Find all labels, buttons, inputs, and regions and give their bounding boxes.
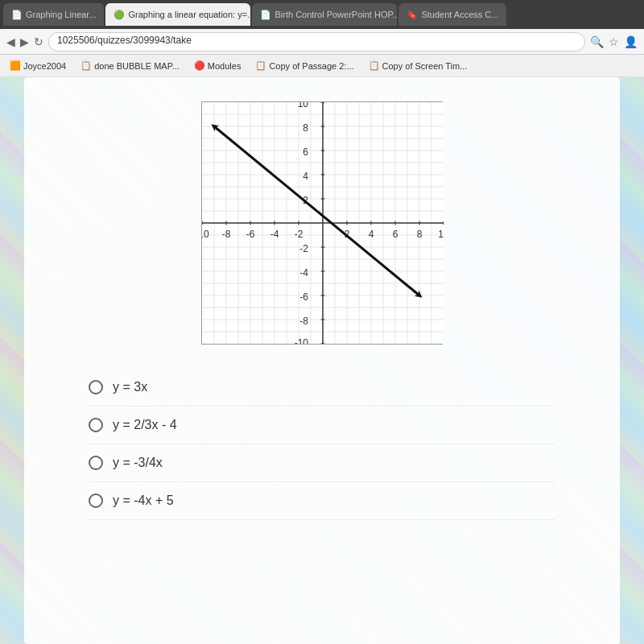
- svg-text:-10: -10: [202, 229, 209, 240]
- tab-label: Graphing Linear...: [26, 10, 96, 19]
- tab-student-access[interactable]: 🔖 Student Access C...: [398, 3, 506, 26]
- bookmark-label: Copy of Passage 2:...: [269, 61, 353, 71]
- address-text: 1025506/quizzes/3099943/take: [57, 35, 192, 46]
- answer-label-a: y = 3x: [113, 380, 147, 394]
- answer-choices: y = 3x y = 2/3x - 4 y = -3/4x y = -4x + …: [56, 369, 588, 520]
- bookmark-icon: 📋: [369, 60, 380, 71]
- svg-text:8: 8: [417, 229, 423, 240]
- svg-text:-10: -10: [295, 337, 309, 344]
- tab-label: Graphing a linear equation: y=...: [128, 10, 250, 19]
- bookmark-screen-tim[interactable]: 📋 Copy of Screen Tim...: [364, 59, 473, 72]
- tab-bar: 📄 Graphing Linear... 🟢 Graphing a linear…: [0, 0, 644, 29]
- svg-text:-2: -2: [295, 229, 303, 240]
- svg-text:4: 4: [369, 229, 374, 240]
- address-input[interactable]: 1025506/quizzes/3099943/take: [48, 32, 585, 52]
- svg-text:6: 6: [393, 229, 398, 240]
- svg-text:8: 8: [303, 122, 308, 134]
- svg-text:-2: -2: [299, 243, 308, 254]
- bookmark-icon: 🟧: [10, 60, 21, 71]
- tab-icon: 🟢: [114, 10, 125, 20]
- tab-birth-control[interactable]: 📄 Birth Control PowerPoint HOP...: [252, 3, 397, 26]
- bookmark-label: done BUBBLE MAP...: [94, 61, 180, 71]
- svg-text:6: 6: [303, 147, 308, 158]
- svg-text:-8: -8: [222, 229, 231, 240]
- bookmark-icon: 📋: [80, 60, 92, 71]
- bookmark-modules[interactable]: 🔴 Modules: [189, 59, 246, 72]
- bookmarks-bar: 🟧 Joyce2004 📋 done BUBBLE MAP... 🔴 Modul…: [0, 55, 644, 77]
- svg-text:-4: -4: [299, 267, 308, 279]
- answer-option-a[interactable]: y = 3x: [89, 369, 555, 407]
- bookmark-label: Copy of Screen Tim...: [382, 61, 468, 71]
- graph-container: -10 -8 -6 -4 -2 2 4 6 8 10 10 8 6 4 2 -: [201, 101, 443, 345]
- svg-text:-6: -6: [299, 291, 308, 303]
- nav-buttons: ◀ ▶ ↻: [6, 35, 43, 48]
- profile-icon[interactable]: 👤: [624, 35, 638, 48]
- svg-text:-4: -4: [270, 229, 279, 240]
- forward-icon[interactable]: ▶: [20, 35, 29, 48]
- radio-button-b[interactable]: [89, 418, 103, 432]
- bookmark-bubble-map[interactable]: 📋 done BUBBLE MAP...: [76, 59, 184, 72]
- bookmark-icon: 📋: [255, 60, 266, 71]
- coordinate-graph: -10 -8 -6 -4 -2 2 4 6 8 10 10 8 6 4 2 -: [202, 102, 444, 344]
- content-wrapper: -10 -8 -6 -4 -2 2 4 6 8 10 10 8 6 4 2 -: [24, 77, 620, 644]
- bookmark-joyce[interactable]: 🟧 Joyce2004: [5, 59, 71, 72]
- back-icon[interactable]: ◀: [6, 35, 15, 48]
- answer-label-b: y = 2/3x - 4: [113, 418, 177, 432]
- tab-icon: 🔖: [407, 10, 418, 20]
- answer-option-d[interactable]: y = -4x + 5: [89, 482, 555, 520]
- radio-button-a[interactable]: [89, 380, 103, 394]
- address-bar: ◀ ▶ ↻ 1025506/quizzes/3099943/take 🔍 ☆ 👤: [0, 29, 644, 55]
- svg-text:-6: -6: [246, 229, 255, 240]
- search-icon[interactable]: 🔍: [590, 35, 604, 48]
- radio-button-d[interactable]: [89, 493, 103, 508]
- star-icon[interactable]: ☆: [609, 35, 619, 48]
- bookmark-icon: 🔴: [194, 60, 205, 71]
- toolbar-icons: 🔍 ☆ 👤: [590, 35, 638, 48]
- bookmark-passage[interactable]: 📋 Copy of Passage 2:...: [250, 59, 358, 72]
- svg-text:10: 10: [438, 229, 444, 240]
- answer-label-d: y = -4x + 5: [113, 493, 174, 508]
- bookmark-label: Joyce2004: [23, 61, 66, 71]
- answer-option-b[interactable]: y = 2/3x - 4: [89, 407, 555, 444]
- svg-text:4: 4: [303, 171, 308, 182]
- tab-label: Birth Control PowerPoint HOP...: [275, 10, 397, 19]
- answer-label-c: y = -3/4x: [113, 456, 163, 470]
- tab-graphing-linear[interactable]: 📄 Graphing Linear...: [3, 3, 104, 26]
- svg-text:10: 10: [298, 102, 309, 109]
- quiz-content: -10 -8 -6 -4 -2 2 4 6 8 10 10 8 6 4 2 -: [24, 77, 620, 536]
- tab-graphing-equation[interactable]: 🟢 Graphing a linear equation: y=... ✕: [105, 3, 250, 26]
- svg-text:-8: -8: [299, 316, 308, 327]
- radio-button-c[interactable]: [89, 456, 103, 470]
- bookmark-label: Modules: [208, 61, 242, 71]
- answer-option-c[interactable]: y = -3/4x: [89, 444, 555, 482]
- tab-icon: 📄: [260, 10, 271, 20]
- tab-label: Student Access C...: [421, 10, 498, 19]
- tab-icon: 📄: [11, 10, 23, 20]
- browser-chrome: 📄 Graphing Linear... 🟢 Graphing a linear…: [0, 0, 644, 77]
- refresh-icon[interactable]: ↻: [34, 35, 43, 48]
